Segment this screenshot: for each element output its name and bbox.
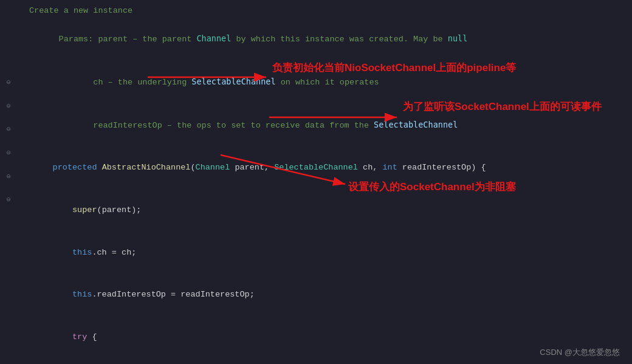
annotation-1: 负责初始化当前NioSocketChannel上面的pipeline等: [272, 61, 516, 75]
this-ch: this.ch = ch;: [23, 232, 626, 274]
ch-configure-blocking: ch.configureBlocking(false);: [23, 358, 626, 364]
code-area: Create a new instance Params: parent – t…: [17, 0, 632, 364]
watermark: CSDN @大忽悠爱忽悠: [540, 347, 620, 358]
this-read: this.readInterestOp = readInterestOp;: [23, 273, 626, 316]
annotation-3: 设置传入的SocketChannel为非阻塞: [348, 180, 516, 194]
method-signature: protected AbstractNioChannel(Channel par…: [23, 146, 626, 189]
try1: try {: [23, 316, 626, 359]
gutter-icon-1[interactable]: ⊖: [6, 77, 10, 89]
comment-line-2: Params: parent – the parent Channel by w…: [29, 18, 626, 61]
gutter-icon-2[interactable]: ⊖: [6, 100, 10, 113]
main-container: ⊖ ⊖ ⊖ ⊖ ⊖ ⊖ Create a new instance Params…: [0, 0, 632, 364]
comment-line-1: Create a new instance: [29, 4, 626, 18]
gutter-icon-6[interactable]: ⊖: [6, 194, 10, 207]
super-call: super(parent);: [23, 189, 626, 232]
left-gutter: ⊖ ⊖ ⊖ ⊖ ⊖ ⊖: [0, 0, 17, 364]
gutter-icon-3[interactable]: ⊖: [6, 123, 10, 136]
gutter-icon-4[interactable]: ⊖: [6, 147, 10, 160]
annotation-2: 为了监听该SocketChannel上面的可读事件: [403, 100, 602, 114]
gutter-icon-5[interactable]: ⊖: [6, 171, 10, 184]
